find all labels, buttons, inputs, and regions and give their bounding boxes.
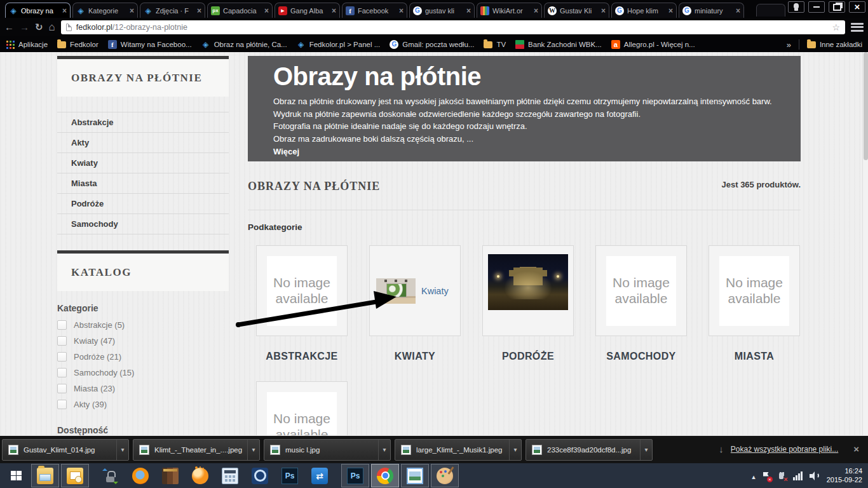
taskbar-app-media[interactable] (246, 464, 274, 487)
bookmark-fedkolor-panel[interactable]: Fedkolor.pl > Panel ... (297, 40, 381, 49)
page-scrollbar[interactable] (862, 52, 868, 435)
bookmark-star-icon[interactable] (832, 22, 840, 33)
download-caret-icon[interactable] (509, 440, 521, 460)
taskbar-app-outlook[interactable] (61, 464, 89, 487)
podroze-photo[interactable] (488, 254, 568, 310)
tab-close-icon[interactable] (534, 8, 538, 14)
taskbar-app-paint[interactable] (431, 464, 459, 487)
address-bar[interactable]: fedkolor.pl/12-obrazy-na-plotnie (61, 20, 845, 34)
filter-row[interactable]: Podróże (21) (57, 349, 229, 365)
filter-row[interactable]: Kwiaty (47) (57, 333, 229, 349)
show-all-downloads-link[interactable]: Pokaż wszystkie pobrane pliki... (731, 445, 838, 454)
subcategory-label[interactable]: ABSTRAKCJE (256, 351, 348, 362)
taskbar-app-filezilla[interactable] (97, 464, 125, 487)
tab-close-icon[interactable] (62, 8, 67, 14)
action-center-flag-icon[interactable] (763, 471, 771, 480)
filter-checkbox[interactable] (57, 384, 67, 393)
taskbar-app-image-viewer[interactable] (401, 464, 429, 487)
tab-miniatury[interactable]: miniatury (679, 3, 744, 18)
filter-checkbox[interactable] (57, 352, 67, 362)
tab-gustav-klimt-wiki[interactable]: Gustav Kli (544, 3, 609, 18)
taskbar-app-photoshop-running[interactable] (341, 464, 369, 487)
start-button[interactable] (3, 463, 29, 488)
tab-gang-alba[interactable]: Gang Alba (275, 3, 340, 18)
scrollbar-thumb[interactable] (864, 52, 868, 160)
kwiaty-thumbnail-wrap[interactable]: Kwiaty (370, 246, 460, 336)
filter-row[interactable]: Samochody (15) (57, 365, 229, 381)
download-caret-icon[interactable] (247, 440, 259, 460)
subcategory-tile[interactable]: No image available (595, 245, 687, 336)
subcategory-label[interactable]: KWIATY (369, 351, 461, 362)
sidebar-category-item[interactable]: Podróże (57, 193, 229, 214)
sidebar-category-item[interactable]: Akty (57, 132, 229, 152)
download-item[interactable]: 233ce8f39ad20dcf8d...jpg (526, 439, 653, 461)
filter-checkbox[interactable] (57, 336, 67, 346)
tab-obrazy-na[interactable]: Obrazy na (5, 3, 71, 18)
tab-close-icon[interactable] (668, 8, 673, 14)
tab-close-icon[interactable] (197, 8, 201, 14)
subcategory-abstrakcje[interactable]: No image available ABSTRAKCJE (256, 245, 348, 362)
sidebar-category-item[interactable]: Samochody (57, 214, 229, 234)
download-caret-icon[interactable] (640, 440, 652, 460)
home-icon[interactable] (49, 22, 55, 32)
tab-gustav-kli[interactable]: gustav kli (409, 3, 475, 18)
tab-zdjecia[interactable]: Zdjęcia · F (140, 3, 205, 18)
url-text[interactable]: fedkolor.pl/12-obrazy-na-plotnie (76, 23, 828, 32)
forward-icon[interactable] (20, 22, 29, 32)
bookmarks-overflow-icon[interactable] (787, 39, 791, 50)
download-item[interactable]: music l.jpg (264, 439, 391, 461)
download-item[interactable]: large_Klimt_-_Musik1.jpeg (395, 439, 522, 461)
bookmark-obraz-na-plotnie[interactable]: Obraz na płótnie, Ca... (201, 40, 287, 49)
subcategory-label[interactable]: SAMOCHODY (595, 351, 687, 362)
tab-hope-klimt[interactable]: Hope klim (611, 3, 677, 18)
subcategory-podroze[interactable]: PODRÓŻE (482, 245, 574, 362)
tab-close-icon[interactable] (399, 8, 403, 14)
subcategory-tile[interactable]: No image available (256, 245, 348, 336)
taskbar-app-gom-player[interactable] (186, 464, 214, 487)
subcategory-label[interactable]: MIASTA (709, 351, 800, 362)
bookmark-gmail[interactable]: Gmail: poczta wedłu... (390, 40, 474, 49)
bookmark-bank[interactable]: Bank Zachodni WBK... (515, 40, 602, 49)
download-item[interactable]: Gustav_Klimt_014.jpg (2, 439, 129, 461)
sidebar-category-item[interactable]: Abstrakcje (57, 112, 229, 132)
subcategory-samochody[interactable]: No image available SAMOCHODY (595, 245, 687, 362)
kwiaty-mini-image[interactable] (376, 278, 416, 304)
download-caret-icon[interactable] (116, 440, 128, 460)
taskbar-app-firefox[interactable] (126, 464, 154, 487)
other-bookmarks-folder[interactable]: Inne zakładki (807, 40, 862, 48)
subcategory-tile-partial[interactable]: No image available (256, 381, 348, 435)
taskbar-clock[interactable]: 16:24 2015-09-22 (827, 467, 862, 484)
taskbar-app-winrar[interactable] (156, 464, 184, 487)
filter-row[interactable]: Akty (39) (57, 396, 229, 412)
downloads-close-icon[interactable] (853, 444, 859, 455)
subcategory-tile[interactable] (482, 245, 574, 336)
tab-capadocia[interactable]: Capadocia (207, 3, 273, 18)
power-status-icon[interactable] (778, 471, 786, 480)
taskbar-app-chrome[interactable] (371, 464, 399, 487)
banner-more-link[interactable]: Więcej (273, 147, 793, 156)
filter-checkbox[interactable] (57, 400, 67, 409)
bookmark-aplikacje[interactable]: Aplikacje (6, 40, 48, 49)
tab-close-icon[interactable] (332, 8, 336, 14)
bookmark-facebook[interactable]: Witamy na Faceboo... (108, 40, 192, 49)
back-icon[interactable] (4, 22, 14, 32)
chrome-menu-icon[interactable] (851, 23, 864, 32)
tab-close-icon[interactable] (130, 8, 134, 14)
network-signal-icon[interactable] (793, 471, 803, 480)
taskbar-app-calculator[interactable] (216, 464, 244, 487)
minimize-button[interactable] (808, 1, 825, 13)
sidebar-category-item[interactable]: Kwiaty (57, 152, 229, 173)
maximize-button[interactable] (829, 1, 845, 13)
sidebar-category-item[interactable]: Miasta (57, 173, 229, 193)
taskbar-app-teamviewer[interactable] (306, 464, 334, 487)
filter-row[interactable]: Miasta (23) (57, 381, 229, 396)
bookmark-folder-fedkolor[interactable]: Fedkolor (57, 40, 98, 48)
profile-icon[interactable] (788, 1, 804, 13)
tab-close-icon[interactable] (264, 8, 269, 14)
bookmark-folder-tv[interactable]: TV (484, 40, 506, 48)
taskbar-app-photoshop[interactable] (276, 464, 304, 487)
download-item[interactable]: Klimt_-_Theater_in_....jpeg (133, 439, 260, 461)
reload-icon[interactable] (35, 22, 43, 32)
new-tab-button[interactable] (754, 4, 785, 17)
subcategory-tile[interactable]: Kwiaty (369, 245, 461, 336)
